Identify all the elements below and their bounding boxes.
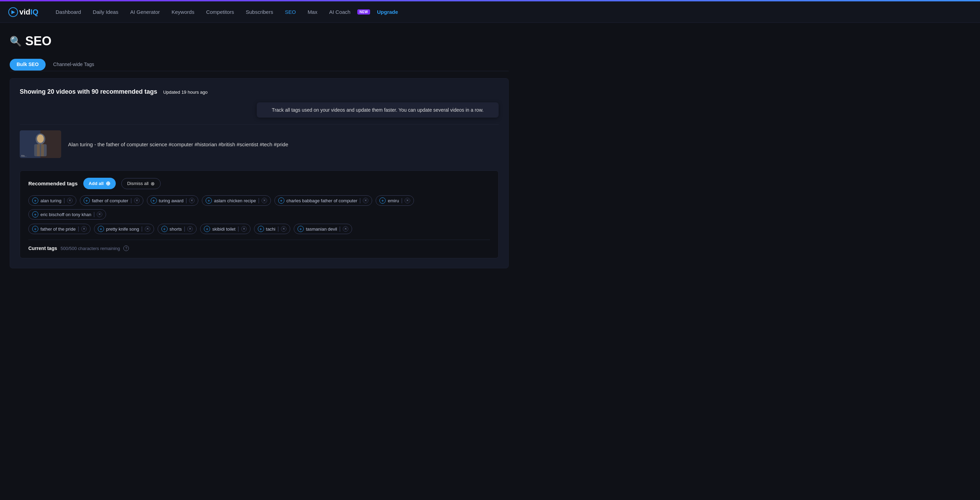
logo-text: vidIQ bbox=[19, 8, 38, 17]
remove-tag-icon[interactable]: ✕ bbox=[281, 226, 286, 232]
current-tags-footer: Current tags 500/500 characters remainin… bbox=[28, 240, 490, 251]
remove-tag-icon[interactable]: ✕ bbox=[187, 226, 193, 232]
dismiss-all-button[interactable]: Dismiss all ⊗ bbox=[121, 178, 161, 189]
tag-aslam-chicken-recipe[interactable]: + aslam chicken recipe | ✕ bbox=[202, 195, 271, 206]
tag-label: shorts bbox=[170, 227, 182, 232]
nav-keywords[interactable]: Keywords bbox=[167, 6, 199, 18]
nav-ai-coach[interactable]: AI Coach bbox=[324, 6, 355, 18]
remove-tag-icon[interactable]: ✕ bbox=[81, 226, 87, 232]
svg-rect-4 bbox=[34, 144, 47, 156]
current-tags-info: 500/500 characters remaining bbox=[60, 246, 120, 251]
add-all-button[interactable]: Add all ⊕ bbox=[83, 178, 116, 189]
remove-tag-icon[interactable]: ✕ bbox=[67, 198, 73, 203]
tab-bulk-seo[interactable]: Bulk SEO bbox=[10, 59, 46, 70]
tag-tasmanian-devil[interactable]: + tasmanian devil | ✕ bbox=[294, 224, 352, 234]
content-area: Showing 20 videos with 90 recommended ta… bbox=[10, 78, 509, 268]
remove-tag-icon[interactable]: ✕ bbox=[134, 198, 140, 203]
tag-label: turing award bbox=[159, 198, 184, 203]
tags-header: Recommended tags Add all ⊕ Dismiss all ⊗ bbox=[28, 178, 490, 189]
tag-eric-bischoff[interactable]: + eric bischoff on tony khan | ✕ bbox=[28, 209, 106, 220]
tag-label: pretty knife song bbox=[106, 227, 139, 232]
add-tag-icon: + bbox=[278, 197, 285, 204]
tag-emiru[interactable]: + emiru | ✕ bbox=[375, 195, 414, 206]
tag-label: alan turing bbox=[40, 198, 62, 203]
add-tag-icon: + bbox=[205, 197, 212, 204]
add-tag-icon: + bbox=[84, 197, 90, 204]
tag-pretty-knife-song[interactable]: + pretty knife song | ✕ bbox=[94, 224, 154, 234]
tag-label: father of computer bbox=[92, 198, 129, 203]
remove-tag-icon[interactable]: ✕ bbox=[241, 226, 247, 232]
plus-circle-icon: ⊕ bbox=[106, 180, 110, 187]
add-tag-icon: + bbox=[379, 197, 386, 204]
current-tags-label: Current tags bbox=[28, 246, 57, 251]
tab-channel-wide-tags[interactable]: Channel-wide Tags bbox=[46, 58, 102, 71]
tags-row-2: + father of the pride | ✕ + pretty knife… bbox=[28, 224, 490, 234]
svg-text:Ala...: Ala... bbox=[21, 155, 27, 157]
remove-tag-icon[interactable]: ✕ bbox=[405, 198, 410, 203]
tags-section: Recommended tags Add all ⊕ Dismiss all ⊗… bbox=[20, 171, 499, 258]
showing-text: Showing 20 videos with 90 recommended ta… bbox=[20, 88, 208, 95]
nav-dashboard[interactable]: Dashboard bbox=[51, 6, 86, 18]
page-title: SEO bbox=[25, 34, 51, 48]
remove-tag-icon[interactable]: ✕ bbox=[363, 198, 368, 203]
svg-point-7 bbox=[37, 134, 44, 143]
ai-coach-new-badge: NEW bbox=[357, 10, 370, 14]
remove-tag-icon[interactable]: ✕ bbox=[262, 198, 267, 203]
add-tag-icon: + bbox=[151, 197, 157, 204]
tag-label: tasmanian devil bbox=[306, 227, 337, 232]
recommended-tags-label: Recommended tags bbox=[28, 181, 78, 186]
nav-max[interactable]: Max bbox=[303, 6, 322, 18]
nav-seo[interactable]: SEO bbox=[280, 6, 301, 18]
tag-charles-babbage[interactable]: + charles babbage father of computer | ✕ bbox=[274, 195, 372, 206]
svg-rect-6 bbox=[41, 144, 44, 156]
page-title-container: 🔍 SEO bbox=[10, 34, 509, 48]
seo-icon: 🔍 bbox=[10, 36, 22, 47]
logo-icon: ▶ bbox=[8, 7, 18, 17]
logo[interactable]: ▶ vidIQ bbox=[8, 7, 38, 17]
tooltip-banner: Track all tags used on your videos and u… bbox=[257, 102, 499, 118]
thumbnail-image: Ala... bbox=[20, 130, 61, 158]
tag-shorts[interactable]: + shorts | ✕ bbox=[158, 224, 197, 234]
svg-rect-5 bbox=[37, 144, 40, 156]
add-tag-icon: + bbox=[32, 197, 38, 204]
tag-skibidi-toilet[interactable]: + skibidi toilet | ✕ bbox=[200, 224, 250, 234]
tag-label: father of the pride bbox=[40, 227, 76, 232]
tags-row-1: + alan turing | ✕ + father of computer |… bbox=[28, 195, 490, 220]
dismiss-circle-icon: ⊗ bbox=[151, 181, 155, 186]
add-tag-icon: + bbox=[258, 226, 264, 232]
remove-tag-icon[interactable]: ✕ bbox=[189, 198, 194, 203]
add-tag-icon: + bbox=[161, 226, 168, 232]
remove-tag-icon[interactable]: ✕ bbox=[343, 226, 348, 232]
tag-label: skibidi toilet bbox=[212, 227, 235, 232]
add-tag-icon: + bbox=[32, 226, 38, 232]
tag-alan-turing[interactable]: + alan turing | ✕ bbox=[28, 195, 76, 206]
nav-competitors[interactable]: Competitors bbox=[201, 6, 239, 18]
tag-father-of-computer[interactable]: + father of computer | ✕ bbox=[80, 195, 143, 206]
info-icon[interactable]: ? bbox=[123, 246, 129, 251]
remove-tag-icon[interactable]: ✕ bbox=[145, 226, 150, 232]
nav-subscribers[interactable]: Subscribers bbox=[241, 6, 278, 18]
tag-label: eric bischoff on tony khan bbox=[40, 212, 91, 217]
main-nav: ▶ vidIQ Dashboard Daily Ideas AI Generat… bbox=[0, 2, 980, 23]
nav-upgrade[interactable]: Upgrade bbox=[372, 6, 403, 18]
video-item: Ala... Alan turing - the father of compu… bbox=[20, 125, 499, 163]
add-tag-icon: + bbox=[298, 226, 304, 232]
add-tag-icon: + bbox=[204, 226, 210, 232]
remove-tag-icon[interactable]: ✕ bbox=[97, 212, 102, 217]
nav-ai-coach-wrapper[interactable]: AI Coach NEW bbox=[324, 6, 370, 18]
showing-header: Showing 20 videos with 90 recommended ta… bbox=[20, 88, 499, 96]
video-title: Alan turing - the father of computer sci… bbox=[68, 141, 288, 147]
nav-daily-ideas[interactable]: Daily Ideas bbox=[88, 6, 123, 18]
add-tag-icon: + bbox=[32, 211, 38, 217]
tag-turing-award[interactable]: + turing award | ✕ bbox=[147, 195, 199, 206]
tag-father-of-the-pride[interactable]: + father of the pride | ✕ bbox=[28, 224, 91, 234]
tabs-container: Bulk SEO Channel-wide Tags bbox=[10, 58, 509, 71]
tag-label: aslam chicken recipe bbox=[214, 198, 256, 203]
tag-label: charles babbage father of computer bbox=[286, 198, 357, 203]
page-container: 🔍 SEO Bulk SEO Channel-wide Tags Showing… bbox=[0, 23, 518, 280]
tag-label: tachi bbox=[266, 227, 275, 232]
video-thumbnail: Ala... bbox=[20, 130, 61, 158]
tag-tachi[interactable]: + tachi | ✕ bbox=[254, 224, 291, 234]
nav-ai-generator[interactable]: AI Generator bbox=[126, 6, 165, 18]
nav-links: Dashboard Daily Ideas AI Generator Keywo… bbox=[51, 6, 972, 18]
